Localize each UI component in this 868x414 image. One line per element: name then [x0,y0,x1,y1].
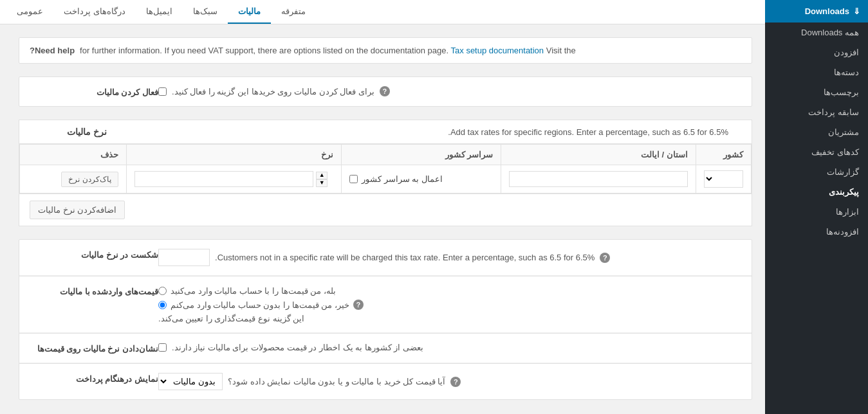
price-no-radio[interactable] [158,301,167,309]
help-title: Need help? [30,46,75,55]
enable-tax-description: برای فعال کردن مالیات روی خریدها این گزی… [172,87,374,96]
whole-country-cell: اعمال به سراسر کشور [342,165,501,194]
tab-emails[interactable]: ایمیل‌ها [136,0,183,24]
download-icon: ⇓ [853,6,860,16]
tax-rates-table: کشور استان / ایالت سراسر کشور نرخ حذف [19,144,752,194]
fallback-help-icon[interactable]: ? [600,253,610,263]
prices-with-tax-label: قیمت‌های وارد‌شده با مالیات [30,285,158,296]
display-tax-content: بعضی از کشورها به یک اخطار در قیمت محصول… [158,343,741,352]
col-country: کشور [696,145,751,165]
add-rate-row: اضافه‌کردن نرخ مالیات [19,194,752,226]
display-tax-row: نشان‌دادن نرخ مالیات روی قیمت‌ها بعضی از… [19,334,752,363]
enable-tax-help-icon[interactable]: ? [380,86,390,96]
rate-spinner-buttons: ▲ ▼ [316,172,328,187]
settings-section: فعال کردن مالیات ? برای فعال کردن مالیات… [19,76,752,107]
enable-tax-row: فعال کردن مالیات ? برای فعال کردن مالیات… [19,77,752,106]
sidebar-item-discount-codes[interactable]: کدهای تخفیف [765,142,868,162]
sidebar-item-add[interactable]: افزودن [765,42,868,62]
settings-section-2: شکست در نرخ مالیات ? Customers not in a … [19,239,752,400]
apply-whole-country-label: اعمال به سراسر کشور [362,174,443,184]
table-header-row: کشور استان / ایالت سراسر کشور نرخ حذف [20,145,752,165]
display-tax-description: بعضی از کشورها به یک اخطار در قیمت محصول… [172,343,423,352]
prices-description: این گزینه نوع قیمت‌گذاری را تعیین می‌کند… [158,314,304,323]
col-delete: حذف [20,145,127,165]
fallback-tax-label: شکست در نرخ مالیات [30,249,158,260]
display-checkout-content: ? آیا قیمت کل خرید با مالیات و یا بدون م… [158,373,741,390]
fallback-tax-description: Customers not in a specific rate will be… [215,253,595,262]
sidebar-item-categories[interactable]: دسته‌ها [765,62,868,82]
tab-taxes[interactable]: مالیات [228,0,271,24]
col-rate: نرخ [126,145,342,165]
display-tax-label: نشان‌دادن نرخ مالیات روی قیمت‌ها [30,343,158,354]
add-rate-button[interactable]: اضافه‌کردن نرخ مالیات [30,201,125,219]
tax-rates-description: Add tax rates for specific regions. Ente… [107,127,741,137]
country-cell [696,165,751,194]
content-area: Need help? for further information. If y… [6,24,765,414]
sidebar-item-reports[interactable]: گزارشات [765,162,868,182]
table-row: اعمال به سراسر کشور ▲ ▼ [20,165,752,194]
apply-whole-country-checkbox[interactable] [349,175,358,183]
delete-cell: پاک‌کردن نرخ [20,165,127,194]
prices-with-tax-content: ? بله، من قیمت‌ها را با حساب مالیات وارد… [158,285,741,323]
fallback-tax-content: ? Customers not in a specific rate will … [158,249,741,266]
sidebar-active-label: Downloads [805,6,849,16]
tab-styles[interactable]: سبک‌ها [183,0,228,24]
help-text: for further information. If you need VAT… [80,46,576,55]
display-checkout-row: نمایش درهنگام پرداخت ? آیا قیمت کل خرید … [19,364,752,399]
tax-rates-title: نرخ مالیات [30,127,107,137]
enable-tax-label: فعال کردن مالیات [30,86,158,97]
price-no-row: ? خیر، من قیمت‌ها را بدون حساب مالیات وا… [158,300,364,310]
tax-rates-section: نرخ مالیات Add tax rates for specific re… [19,120,752,226]
tax-rates-header: نرخ مالیات Add tax rates for specific re… [19,120,752,144]
checkout-description: آیا قیمت کل خرید با مالیات و یا بدون مال… [228,377,445,386]
sidebar-item-customers[interactable]: مشتریان [765,122,868,142]
checkout-help-icon[interactable]: ? [450,377,461,387]
display-tax-checkbox[interactable] [158,343,167,352]
clear-rate-button[interactable]: پاک‌کردن نرخ [61,172,118,187]
sidebar: ⇓ Downloads همه Downloads افزودن دسته‌ها… [765,0,868,414]
sidebar-item-tags[interactable]: برچسب‌ها [765,82,868,102]
state-cell [501,165,696,194]
col-state: استان / ایالت [501,145,696,165]
sidebar-item-extensions[interactable]: افزودنه‌ها [765,222,868,242]
enable-tax-content: ? برای فعال کردن مالیات روی خریدها این گ… [158,86,741,96]
help-section: Need help? for further information. If y… [19,37,752,64]
sidebar-item-payment-history[interactable]: سابقه پرداخت [765,102,868,122]
sidebar-item-settings[interactable]: پیکربندی [765,182,868,202]
country-select[interactable] [704,170,743,188]
rate-cell: ▲ ▼ [126,165,342,194]
enable-tax-checkbox[interactable] [158,87,167,96]
tax-docs-link[interactable]: Tax setup documentation [451,46,544,55]
price-yes-label: بله، من قیمت‌ها را با حساب مالیات وارد م… [171,286,336,296]
tab-misc[interactable]: متفرقه [271,0,316,24]
state-input[interactable] [509,171,687,187]
tab-payment-gateways[interactable]: درگاه‌های پرداخت [53,0,136,24]
tab-general[interactable]: عمومی [6,0,53,24]
sidebar-active-item[interactable]: ⇓ Downloads [765,0,868,22]
prices-radio-group: ? بله، من قیمت‌ها را با حساب مالیات وارد… [158,285,728,323]
main-content: عمومی درگاه‌های پرداخت ایمیل‌ها سبک‌ها م… [0,0,765,414]
price-no-label: خیر، من قیمت‌ها را بدون حساب مالیات وارد… [171,300,349,310]
rate-decrement-btn[interactable]: ▼ [316,179,328,187]
price-yes-radio[interactable] [158,287,167,295]
sidebar-item-all-downloads[interactable]: همه Downloads [765,22,868,42]
price-yes-row: ? بله، من قیمت‌ها را با حساب مالیات وارد… [158,285,350,296]
rate-input[interactable] [134,171,314,187]
prices-type-help-icon[interactable]: ? [353,300,364,310]
fallback-tax-row: شکست در نرخ مالیات ? Customers not in a … [19,240,752,276]
prices-with-tax-row: قیمت‌های وارد‌شده با مالیات ? بله، من قی… [19,276,752,333]
display-checkout-label: نمایش درهنگام پرداخت [30,373,158,384]
rate-increment-btn[interactable]: ▲ [316,172,328,179]
checkout-select[interactable]: بدون مالیات با مالیات [158,373,223,390]
fallback-tax-input[interactable] [158,249,210,266]
col-whole-country: سراسر کشور [342,145,501,165]
settings-tabs: عمومی درگاه‌های پرداخت ایمیل‌ها سبک‌ها م… [0,0,765,24]
sidebar-item-tools[interactable]: ابزارها [765,202,868,222]
